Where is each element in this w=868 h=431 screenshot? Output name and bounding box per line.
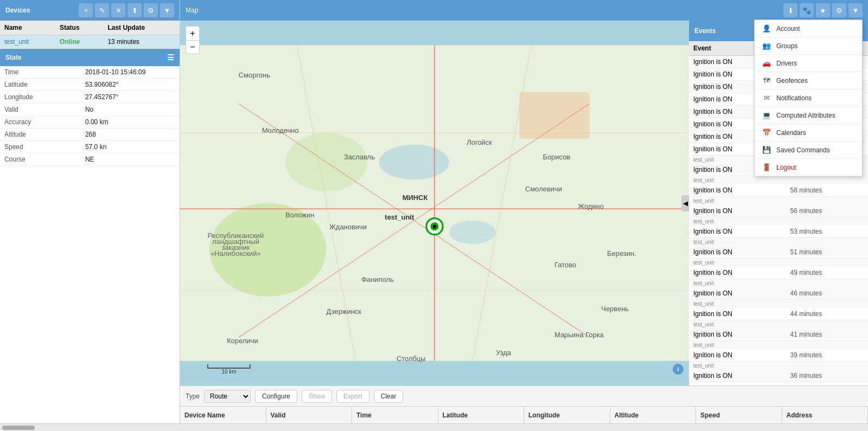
event-device-name: test_unit xyxy=(689,176,868,185)
device-name: test_unit xyxy=(0,35,55,49)
state-row: Time 2018-01-10 15:46:09 xyxy=(0,66,180,79)
configure-button[interactable]: Configure xyxy=(255,390,297,403)
event-time: 44 minutes xyxy=(786,308,869,320)
svg-text:Воложин: Воложин xyxy=(285,211,314,219)
settings-device-button[interactable]: ⚙ xyxy=(144,3,158,17)
svg-text:Дзержинск: Дзержинск xyxy=(327,307,362,316)
event-row: Ignition is ON 56 minutes xyxy=(689,205,868,217)
reports-header: Device NameValidTimeLatitudeLongitudeAlt… xyxy=(180,406,868,423)
reports-col-speed: Speed xyxy=(696,407,782,424)
event-device-row: test_unit xyxy=(689,217,868,226)
state-value: 2018-01-10 15:46:09 xyxy=(81,66,180,79)
state-value: 57.0 kn xyxy=(81,141,180,153)
dropdown-item-geofences[interactable]: 🗺 Geofences xyxy=(755,72,862,89)
dropdown-item-saved-commands[interactable]: 💾 Saved Commands xyxy=(755,141,862,159)
settings-map-button[interactable]: ⚙ xyxy=(832,3,846,17)
edit-device-button[interactable]: ✎ xyxy=(95,3,109,17)
event-time: 46 minutes xyxy=(786,287,869,300)
event-device-name: test_unit xyxy=(689,320,868,329)
type-select[interactable]: RouteEventsTripsStopsSummaryChart xyxy=(204,390,251,403)
settings-dropdown-menu: 👤 Account 👥 Groups 🚗 Drivers 🗺 Geofences… xyxy=(754,20,863,177)
state-row: Latitude 53.906082° xyxy=(0,79,180,91)
clear-button[interactable]: Clear xyxy=(374,390,404,403)
event-type: Ignition is ON xyxy=(689,308,786,320)
dropdown-item-label: Logout xyxy=(776,164,796,171)
event-row: Ignition is ON 46 minutes xyxy=(689,287,868,300)
calendar-icon: 📅 xyxy=(762,128,771,137)
dropdown-item-notifications[interactable]: ✉ Notifications xyxy=(755,89,862,107)
event-type: Ignition is ON xyxy=(689,267,786,279)
dropdown-item-logout[interactable]: 🚪 Logout xyxy=(755,159,862,176)
type-label: Type xyxy=(186,393,200,400)
device-last-update: 13 minutes xyxy=(103,35,180,49)
event-time: 49 minutes xyxy=(786,267,869,279)
dropdown-item-label: Account xyxy=(776,25,800,33)
devices-header: Devices ＋ ✎ ✕ ⬆ ⚙ ▼ xyxy=(0,0,180,21)
col-last-update: Last Update xyxy=(103,21,180,35)
event-row: Ignition is ON 58 minutes xyxy=(689,184,868,197)
dropdown-item-computed-attributes[interactable]: 💻 Computed Attributes xyxy=(755,107,862,124)
state-attribute: Altitude xyxy=(0,128,81,141)
show-button[interactable]: Show xyxy=(302,390,332,403)
event-type: Ignition is ON xyxy=(689,329,786,341)
state-row: Course NE xyxy=(0,153,180,166)
state-attribute: Time xyxy=(0,66,81,79)
state-row: Speed 57.0 kn xyxy=(0,141,180,153)
dropdown-item-groups[interactable]: 👥 Groups xyxy=(755,37,862,55)
more-device-button[interactable]: ▼ xyxy=(160,3,174,17)
state-header: State ☰ xyxy=(0,49,180,66)
download-map-button[interactable]: ⬇ xyxy=(783,3,797,17)
add-device-button[interactable]: ＋ xyxy=(79,3,93,17)
event-row: Ignition is ON 39 minutes xyxy=(689,349,868,362)
dropdown-item-label: Computed Attributes xyxy=(776,112,835,119)
export-button[interactable]: Export xyxy=(336,390,369,403)
person-icon: 👤 xyxy=(762,24,771,33)
event-row: Ignition is ON 49 minutes xyxy=(689,267,868,279)
dropdown-item-label: Calendars xyxy=(776,129,806,137)
event-row: Ignition is ON 51 minutes xyxy=(689,246,868,259)
event-type: Ignition is ON xyxy=(689,349,786,362)
delete-device-button[interactable]: ✕ xyxy=(111,3,125,17)
paw-button[interactable]: 🐾 xyxy=(800,3,814,17)
svg-text:test_unit: test_unit xyxy=(385,213,414,221)
events-title: Events xyxy=(694,27,716,35)
map-info-button[interactable]: i xyxy=(673,364,684,375)
map-collapse-button[interactable]: ◀ xyxy=(681,195,689,211)
event-device-name: test_unit xyxy=(689,197,868,205)
event-time: 51 minutes xyxy=(786,246,869,259)
upload-device-button[interactable]: ⬆ xyxy=(127,3,142,17)
state-attribute: Accuracy xyxy=(0,116,81,128)
event-row: Ignition is ON 44 minutes xyxy=(689,308,868,320)
svg-text:МИНСК: МИНСК xyxy=(403,194,428,202)
event-type: Ignition is ON xyxy=(689,246,786,259)
map-container[interactable]: Сморгонь Молодечно Воложин Заславль Ждан… xyxy=(180,21,689,385)
state-panel: State ☰ Time 2018-01-10 15:46:09 Latitud… xyxy=(0,49,180,423)
event-device-row: test_unit xyxy=(689,238,868,247)
dropdown-item-drivers[interactable]: 🚗 Drivers xyxy=(755,55,862,72)
star-button[interactable]: ★ xyxy=(816,3,830,17)
state-menu-icon[interactable]: ☰ xyxy=(167,53,174,62)
event-time: 36 minutes xyxy=(786,370,869,382)
event-device-row: test_unit xyxy=(689,300,868,308)
svg-rect-5 xyxy=(519,92,589,139)
devices-table-container: Name Status Last Update test_unit Online… xyxy=(0,21,180,49)
event-type: Ignition is ON xyxy=(689,184,786,197)
dropdown-item-calendars[interactable]: 📅 Calendars xyxy=(755,124,862,141)
event-device-row: test_unit xyxy=(689,197,868,205)
state-attribute: Latitude xyxy=(0,79,81,91)
bottom-scrollbar[interactable] xyxy=(0,423,868,431)
event-row: Ignition is ON 53 minutes xyxy=(689,226,868,238)
state-value: 27.452767° xyxy=(81,91,180,104)
reports-col-device-name: Device Name xyxy=(180,407,266,424)
state-value: 0.00 km xyxy=(81,116,180,128)
state-title: State xyxy=(5,54,21,61)
event-device-name: test_unit xyxy=(689,362,868,370)
state-attribute: Course xyxy=(0,153,81,166)
zoom-out-button[interactable]: − xyxy=(186,40,200,54)
dropdown-item-account[interactable]: 👤 Account xyxy=(755,20,862,37)
settings-dropdown-button[interactable]: ▼ xyxy=(848,3,863,17)
zoom-in-button[interactable]: + xyxy=(186,26,200,40)
svg-text:Столбцы: Столбцы xyxy=(397,355,426,363)
svg-point-1 xyxy=(379,145,449,180)
device-row[interactable]: test_unit Online 13 minutes xyxy=(0,35,180,49)
